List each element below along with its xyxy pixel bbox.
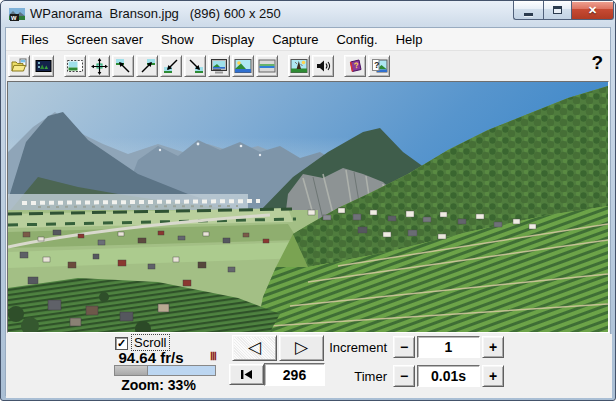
app-icon: w (9, 6, 25, 22)
fit-frame-button[interactable] (64, 55, 86, 77)
pan-move-icon (91, 58, 108, 75)
plus-icon: + (489, 369, 497, 383)
increment-minus-button[interactable]: − (393, 336, 415, 358)
timer-minus-button[interactable]: − (393, 365, 415, 387)
speaker-icon (315, 58, 332, 74)
close-icon: ✕ (588, 4, 597, 17)
scroll-left-button[interactable]: ◁ (232, 335, 277, 361)
zoom-progress-bar[interactable] (114, 365, 216, 376)
help-shortcut-button[interactable]: ? (591, 52, 603, 74)
broadcast-button[interactable] (288, 55, 310, 77)
pan-down-right-button[interactable] (184, 55, 206, 77)
minimize-icon (524, 13, 533, 16)
fullscreen-preview-icon (210, 58, 228, 75)
control-panel: ✓ Scroll 94.64 fr/s Ⅲ Zoom: 33% ◁ ▷ 296 … (6, 334, 612, 398)
window-title: WPanorama Branson.jpg (896) 600 x 250 (30, 6, 281, 21)
panorama-list-icon (35, 58, 52, 74)
skip-to-start-icon (240, 369, 253, 380)
timer-value: 0.01s (431, 368, 466, 384)
minus-icon: − (400, 340, 408, 354)
increment-value: 1 (445, 339, 453, 355)
pan-move-button[interactable] (88, 55, 110, 77)
help-book-button[interactable]: ? (344, 55, 366, 77)
increment-value-box: 1 (417, 336, 480, 358)
increment-plus-button[interactable]: + (482, 336, 504, 358)
letterbox-button[interactable] (256, 55, 278, 77)
maximize-button[interactable] (543, 1, 572, 20)
title-bar: w WPanorama Branson.jpg (896) 600 x 250 … (2, 1, 614, 27)
scroll-checkbox-mark: ✓ (117, 338, 126, 349)
timer-plus-button[interactable]: + (482, 365, 504, 387)
maximize-icon (553, 6, 562, 14)
pan-up-right-icon (139, 58, 156, 74)
pan-down-right-icon (187, 58, 204, 74)
fullscreen-preview-button[interactable] (208, 55, 230, 77)
minus-icon: − (400, 369, 408, 383)
app-window: w WPanorama Branson.jpg (896) 600 x 250 … (0, 0, 616, 401)
menu-display[interactable]: Display (203, 30, 264, 49)
menu-help[interactable]: Help (387, 30, 432, 49)
pan-up-left-button[interactable] (112, 55, 134, 77)
menu-files[interactable]: Files (12, 30, 57, 49)
about-image-icon: ? (371, 58, 388, 74)
image-display-icon (234, 58, 252, 74)
toolbar: ? ? (6, 50, 610, 81)
menu-capture[interactable]: Capture (263, 30, 327, 49)
panorama-view[interactable] (7, 81, 609, 333)
broadcast-icon (290, 58, 308, 74)
timer-value-box: 0.01s (417, 365, 480, 387)
pan-down-left-icon (163, 58, 180, 74)
panorama-image (8, 82, 608, 332)
close-button[interactable]: ✕ (572, 1, 614, 20)
pan-up-right-button[interactable] (136, 55, 158, 77)
fit-frame-icon (66, 58, 84, 74)
speed-indicator-icon: Ⅲ (210, 352, 217, 362)
menu-show[interactable]: Show (152, 30, 203, 49)
panorama-list-button[interactable] (32, 55, 54, 77)
pan-down-left-button[interactable] (160, 55, 182, 77)
plus-icon: + (489, 340, 497, 354)
menu-screen-saver[interactable]: Screen saver (57, 30, 152, 49)
image-display-button[interactable] (232, 55, 254, 77)
scroll-checkbox-label[interactable]: Scroll (132, 335, 169, 350)
sound-button[interactable] (312, 55, 334, 77)
letterbox-icon (258, 58, 276, 74)
scroll-left-icon: ◁ (248, 339, 261, 356)
go-to-start-button[interactable] (229, 364, 264, 385)
timer-label: Timer (287, 369, 387, 384)
minimize-button[interactable] (513, 1, 543, 20)
increment-label: Increment (287, 340, 387, 355)
svg-text:w: w (10, 14, 17, 21)
help-book-icon: ? (347, 58, 364, 74)
about-image-button[interactable]: ? (368, 55, 390, 77)
zoom-progress-fill (115, 366, 148, 375)
open-file-icon (11, 58, 28, 74)
svg-text:?: ? (374, 60, 380, 70)
open-file-button[interactable] (8, 55, 30, 77)
zoom-readout: Zoom: 33% (101, 377, 216, 393)
pan-up-left-icon (115, 58, 132, 74)
menu-config[interactable]: Config. (327, 30, 386, 49)
menu-bar: Files Screen saver Show Display Capture … (6, 28, 610, 50)
framerate-readout: 94.64 fr/s (91, 349, 211, 366)
